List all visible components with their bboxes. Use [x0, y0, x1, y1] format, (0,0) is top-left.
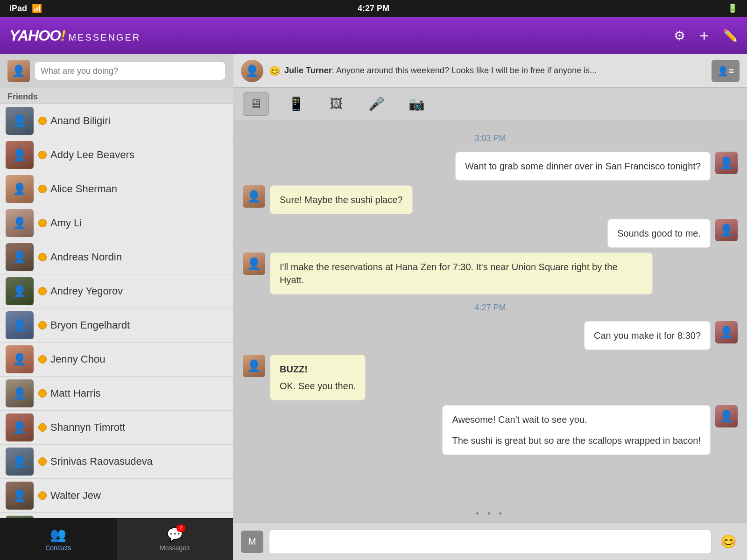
chat-username: Julie Turner: [284, 66, 332, 75]
tab-contacts[interactable]: 👥 Contacts: [0, 518, 117, 560]
pagination-dots: • • •: [233, 504, 747, 523]
message-bubble: Awesome! Can't wait to see you. The sush…: [442, 405, 711, 455]
message-line-2: The sushi is great but so are the scallo…: [452, 430, 701, 447]
chat-input-area: M 😊: [233, 523, 747, 560]
status-dot: [38, 117, 47, 125]
list-item[interactable]: 👤 Amy Li: [0, 206, 233, 240]
status-dot: [38, 253, 47, 261]
app-header: YAHOO! MESSENGER ⚙ + ✏️: [0, 17, 747, 54]
list-item[interactable]: 👤 Srinivas Raovasudeva: [0, 445, 233, 479]
list-item[interactable]: 👤 Andreas Nordin: [0, 240, 233, 274]
ipad-label: iPad: [9, 4, 27, 14]
message-text: Want to grab some dinner over in San Fra…: [465, 161, 701, 171]
status-dot: [38, 491, 47, 500]
audio-button[interactable]: 🎤: [363, 92, 389, 116]
add-icon[interactable]: +: [699, 27, 709, 45]
tab-messages[interactable]: 💬 2 Messages: [117, 518, 233, 560]
avatar: 👤: [6, 209, 34, 237]
status-time: 4:27 PM: [358, 4, 389, 13]
list-item[interactable]: 👤 Addy Lee Beavers: [0, 138, 233, 172]
mobile-button[interactable]: 📱: [283, 92, 309, 116]
message-text: BUZZ!: [280, 363, 356, 376]
status-dot: [38, 287, 47, 295]
status-dot: [38, 321, 47, 329]
avatar: 👤: [6, 277, 34, 305]
contacts-icon: 👥: [50, 527, 66, 542]
settings-icon[interactable]: ⚙: [674, 28, 685, 43]
sent-avatar: 👤: [715, 152, 738, 174]
message-text: Sounds good to me.: [617, 228, 701, 238]
friend-name: Shannyn Timrott: [50, 421, 125, 434]
keyboard-button[interactable]: M: [241, 531, 263, 553]
chat-preview: : Anyone around this weekend? Looks like…: [332, 66, 597, 75]
status-bar: iPad 📶 4:27 PM 🔋: [0, 0, 747, 17]
bottom-tabs: 👥 Contacts 💬 2 Messages: [0, 518, 233, 560]
message-input[interactable]: [269, 530, 712, 554]
sent-avatar: 👤: [715, 321, 738, 343]
mobile-icon: 📱: [288, 96, 304, 112]
avatar: 👤: [6, 107, 34, 135]
list-item[interactable]: 👤 Walter Jew: [0, 479, 233, 513]
list-item[interactable]: 👤 Andrey Yegorov: [0, 274, 233, 308]
chat-toolbar: 🖥 📱 🖼 🎤 📷: [233, 88, 747, 120]
message-row: 👤 Sure! Maybe the sushi place?: [243, 185, 738, 214]
message-text-2: OK. See you then.: [280, 379, 356, 392]
friend-name: Addy Lee Beavers: [50, 149, 134, 161]
list-item[interactable]: 👤 Alice Sherman: [0, 172, 233, 206]
friend-name: Andreas Nordin: [50, 251, 122, 263]
status-dot: [38, 423, 47, 432]
message-text: Can you make it for 8:30?: [594, 330, 701, 341]
friend-name-amy-li: Amy Li: [50, 217, 82, 229]
received-avatar: 👤: [243, 355, 265, 377]
avatar: 👤: [6, 141, 34, 169]
message-bubble: Sure! Maybe the sushi place?: [270, 185, 413, 214]
avatar: 👤: [6, 448, 34, 476]
list-item[interactable]: 👤 Shannyn Timrott: [0, 411, 233, 445]
screen-icon: 🖥: [249, 96, 262, 112]
message-row: 👤 I'll make the reservations at Hana Zen…: [243, 252, 738, 294]
yahoo-logo: YAHOO! MESSENGER: [0, 27, 233, 44]
message-text: Sure! Maybe the sushi place?: [280, 195, 403, 205]
screen-share-button[interactable]: 🖥: [243, 92, 269, 116]
message-text: I'll make the reservations at Hana Zen f…: [280, 262, 618, 285]
friend-name: Jenny Chou: [50, 353, 105, 365]
app-container: YAHOO! MESSENGER ⚙ + ✏️ 👤 Friends 👤: [0, 17, 747, 560]
status-dot: [38, 355, 47, 364]
wifi-icon: 📶: [32, 3, 42, 14]
image-icon: 🖼: [330, 96, 343, 112]
message-row: 👤 Awesome! Can't wait to see you. The su…: [243, 405, 738, 455]
compose-icon[interactable]: ✏️: [723, 28, 738, 43]
friend-name: Andrey Yegorov: [50, 285, 123, 297]
list-item[interactable]: 👤 Anand Biligiri: [0, 104, 233, 138]
status-input[interactable]: [35, 62, 226, 80]
camera-button[interactable]: 📷: [403, 92, 430, 116]
message-bubble: Can you make it for 8:30?: [584, 321, 711, 350]
image-button[interactable]: 🖼: [323, 92, 349, 116]
status-dot: [38, 219, 47, 227]
friend-name: Anand Biligiri: [50, 115, 110, 127]
list-item[interactable]: 👤 Matt Harris: [0, 377, 233, 411]
avatar: 👤: [6, 243, 34, 271]
list-item[interactable]: 👤 Jenny Chou: [0, 343, 233, 377]
friend-name: Walter Jew: [50, 490, 101, 502]
chat-messages: 3:03 PM 👤 Want to grab some dinner over …: [233, 120, 747, 504]
message-row: 👤 Want to grab some dinner over in San F…: [243, 152, 738, 181]
contacts-view-icon: 👤≡: [717, 65, 734, 77]
list-item[interactable]: 👤 William Lee Olson: [0, 513, 233, 518]
microphone-icon: 🎤: [368, 96, 385, 112]
message-bubble: BUZZ! OK. See you then.: [270, 355, 366, 400]
friends-label: Friends: [0, 88, 233, 104]
message-line-1: Awesome! Can't wait to see you.: [452, 413, 701, 426]
friend-name: Matt Harris: [50, 387, 101, 399]
friend-name: Srinivas Raovasudeva: [50, 455, 153, 468]
avatar: 👤: [6, 413, 34, 441]
emoji-button[interactable]: 😊: [717, 531, 740, 553]
message-bubble: Sounds good to me.: [607, 219, 711, 248]
message-row: 👤 BUZZ! OK. See you then.: [243, 355, 738, 400]
message-bubble: Want to grab some dinner over in San Fra…: [455, 152, 711, 181]
contacts-view-button[interactable]: 👤≡: [712, 60, 740, 82]
my-avatar: 👤: [7, 60, 30, 82]
avatar: 👤: [6, 175, 34, 203]
list-item[interactable]: 👤 Bryon Engelhardt: [0, 308, 233, 343]
message-row: 👤 Can you make it for 8:30?: [243, 321, 738, 350]
